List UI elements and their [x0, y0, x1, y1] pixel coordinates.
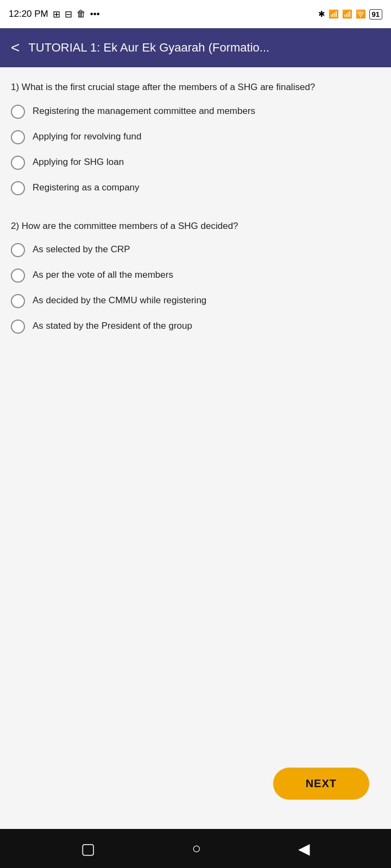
main-content: 1) What is the first crucial stage after…: [0, 67, 391, 829]
option-q2-b-label: As per the vote of all the members: [33, 268, 173, 282]
option-q1-b-label: Applying for revolving fund: [33, 130, 141, 144]
radio-q1-d[interactable]: [11, 181, 25, 195]
radio-q2-b[interactable]: [11, 269, 25, 283]
radio-q2-a[interactable]: [11, 243, 25, 257]
nav-bar: ▢ ○ ◀: [0, 829, 391, 868]
option-q2-a-label: As selected by the CRP: [33, 242, 130, 257]
signal1-icon: 📶: [329, 9, 339, 19]
option-q1-a-label: Registering the management committee and…: [33, 104, 255, 118]
grid2-icon: ⊟: [65, 9, 72, 20]
option-q1-d-label: Registering as a company: [33, 181, 140, 195]
page-title: TUTORIAL 1: Ek Aur Ek Gyaarah (Formatio.…: [28, 41, 380, 55]
radio-q2-d[interactable]: [11, 320, 25, 334]
nav-square-icon[interactable]: ▢: [81, 840, 95, 858]
next-button-container: NEXT: [11, 759, 380, 816]
option-q1-c-label: Applying for SHG loan: [33, 155, 124, 169]
nav-circle-icon[interactable]: ○: [192, 840, 201, 857]
trash-icon: 🗑: [77, 9, 86, 20]
battery-level: 91: [369, 9, 382, 20]
status-bar: 12:20 PM ⊞ ⊟ 🗑 ••• ✱ 📶 📶 🛜 91: [0, 0, 391, 28]
option-q2-c-label: As decided by the CMMU while registering: [33, 293, 206, 308]
time-display: 12:20 PM: [9, 9, 48, 20]
status-left: 12:20 PM ⊞ ⊟ 🗑 •••: [9, 9, 100, 20]
question-1-option-a[interactable]: Registering the management committee and…: [11, 104, 380, 119]
more-icon: •••: [90, 9, 100, 20]
bottom-spacer: [11, 358, 380, 759]
radio-q2-c[interactable]: [11, 294, 25, 308]
question-2-option-c[interactable]: As decided by the CMMU while registering: [11, 293, 380, 308]
nav-back-icon[interactable]: ◀: [298, 840, 310, 858]
next-button[interactable]: NEXT: [273, 768, 369, 800]
radio-q1-a[interactable]: [11, 105, 25, 119]
question-2-option-b[interactable]: As per the vote of all the members: [11, 268, 380, 283]
question-1-option-b[interactable]: Applying for revolving fund: [11, 130, 380, 144]
radio-q1-c[interactable]: [11, 156, 25, 170]
radio-q1-b[interactable]: [11, 130, 25, 144]
question-1-option-d[interactable]: Registering as a company: [11, 181, 380, 195]
status-right: ✱ 📶 📶 🛜 91: [318, 9, 382, 20]
question-2-option-d[interactable]: As stated by the President of the group: [11, 319, 380, 334]
wifi-icon: 🛜: [356, 9, 366, 19]
header: < TUTORIAL 1: Ek Aur Ek Gyaarah (Formati…: [0, 28, 391, 67]
question-1-text: 1) What is the first crucial stage after…: [11, 80, 380, 94]
back-button[interactable]: <: [11, 39, 20, 56]
question-2-block: 2) How are the committee members of a SH…: [11, 219, 380, 345]
signal2-icon: 📶: [342, 9, 352, 19]
question-2-option-a[interactable]: As selected by the CRP: [11, 242, 380, 257]
question-2-text: 2) How are the committee members of a SH…: [11, 219, 380, 233]
option-q2-d-label: As stated by the President of the group: [33, 319, 192, 333]
question-1-option-c[interactable]: Applying for SHG loan: [11, 155, 380, 170]
grid1-icon: ⊞: [53, 9, 60, 20]
bluetooth-icon: ✱: [318, 9, 325, 19]
question-1-block: 1) What is the first crucial stage after…: [11, 80, 380, 206]
